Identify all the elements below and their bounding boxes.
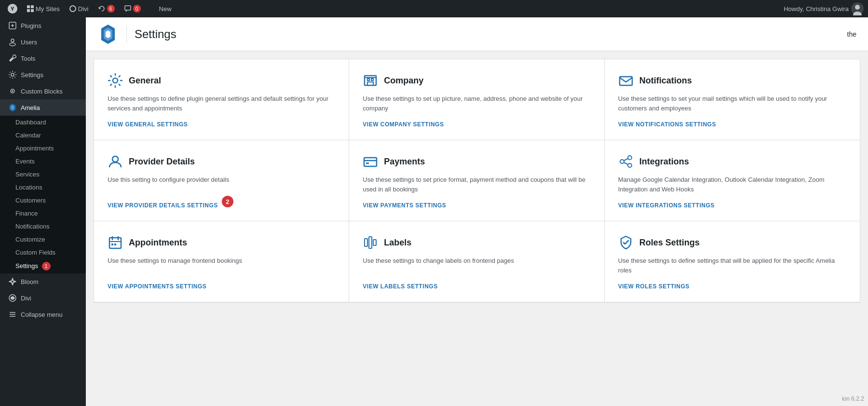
sidebar-sub-calendar[interactable]: Calendar (0, 129, 86, 142)
integrations-card-link[interactable]: VIEW INTEGRATIONS SETTINGS (618, 202, 715, 209)
sidebar-sub-finance[interactable]: Finance (0, 207, 86, 220)
sidebar-item-settings[interactable]: Settings (0, 67, 86, 83)
svg-point-10 (11, 39, 14, 42)
svg-point-11 (10, 43, 15, 46)
sidebar-item-amelia[interactable]: Amelia (0, 99, 86, 116)
sidebar-sub-notifications[interactable]: Notifications (0, 220, 86, 233)
settings-icon (8, 70, 17, 79)
sidebar-item-tools[interactable]: Tools (0, 50, 86, 67)
comments-button[interactable]: 0 (121, 0, 145, 17)
sidebar-sub-dashboard[interactable]: Dashboard (0, 116, 86, 129)
svg-rect-45 (373, 240, 376, 245)
svg-rect-31 (366, 162, 369, 164)
main-content: Settings the General Use these settings … (86, 17, 868, 406)
svg-point-32 (620, 160, 624, 163)
updates-button[interactable]: 6 (95, 0, 119, 17)
sidebar-item-custom-blocks[interactable]: Custom Blocks (0, 83, 86, 99)
sidebar-users-label: Users (21, 39, 37, 46)
sidebar-sub-locations[interactable]: Locations (0, 181, 86, 194)
roles-card-desc: Use these settings to define settings th… (618, 256, 846, 275)
provider-badge: 2 (222, 196, 233, 207)
svg-rect-41 (111, 244, 113, 245)
settings-grid: General Use these settings to define plu… (94, 59, 860, 303)
sidebar-item-bloom[interactable]: Bloom (0, 273, 86, 290)
svg-point-34 (628, 163, 632, 167)
new-button[interactable]: New (147, 0, 176, 17)
sidebar-item-plugins[interactable]: Plugins (0, 17, 86, 34)
divi-button[interactable]: Divi (66, 0, 93, 17)
notifications-card-desc: Use these settings to set your mail sett… (618, 94, 846, 113)
page-title: Settings (135, 27, 176, 41)
payments-card-desc: Use these settings to set price format, … (363, 175, 590, 194)
company-card-link[interactable]: VIEW COMPANY SETTINGS (363, 121, 444, 128)
comments-badge: 0 (133, 5, 141, 13)
sidebar-item-divi[interactable]: Divi (0, 290, 86, 306)
settings-badge: 1 (42, 262, 51, 271)
blocks-icon (8, 87, 17, 95)
bloom-icon (8, 277, 17, 286)
sidebar-divi-label: Divi (21, 295, 31, 302)
sidebar-sub-appointments[interactable]: Appointments (0, 142, 86, 155)
roles-card-title: Roles Settings (639, 238, 700, 248)
user-icon (8, 38, 17, 46)
notifications-card-icon (618, 73, 634, 88)
sidebar-bloom-label: Bloom (21, 278, 39, 285)
appointments-card-icon (108, 235, 123, 250)
divi-bottom-icon (8, 294, 17, 302)
roles-card-icon (618, 235, 634, 250)
sidebar-sub-settings[interactable]: Settings 1 (0, 259, 86, 273)
svg-point-14 (12, 91, 13, 92)
svg-rect-44 (369, 237, 372, 248)
company-card-title: Company (384, 76, 423, 86)
howdy-text: Howdy, Christina Gwira (784, 5, 849, 13)
my-sites-button[interactable]: My Sites (23, 0, 64, 17)
amelia-icon (8, 103, 17, 112)
amelia-header-logo (97, 24, 119, 45)
appointments-card-link[interactable]: VIEW APPOINTMENTS SETTINGS (108, 283, 206, 290)
appointments-card-desc: Use these settings to manage frontend bo… (108, 256, 335, 275)
sidebar-sub-services[interactable]: Services (0, 168, 86, 181)
svg-line-35 (624, 159, 628, 161)
sidebar-sub-customers[interactable]: Customers (0, 194, 86, 207)
sidebar-collapse-label: Collapse menu (21, 311, 63, 318)
header-divider (126, 26, 127, 43)
company-card-desc: Use these settings to set up picture, na… (363, 94, 590, 113)
payments-card-link[interactable]: VIEW PAYMENTS SETTINGS (363, 202, 446, 209)
general-card-link[interactable]: VIEW GENERAL SETTINGS (108, 121, 188, 128)
provider-card-desc: Use this setting to configure provider d… (108, 175, 335, 194)
amelia-submenu: Dashboard Calendar Appointments Events S… (0, 116, 86, 273)
svg-line-36 (624, 162, 628, 164)
sidebar-sub-custom-fields[interactable]: Custom Fields (0, 246, 86, 259)
notifications-card-link[interactable]: VIEW NOTIFICATIONS SETTINGS (618, 121, 716, 128)
sidebar-item-users[interactable]: Users (0, 34, 86, 50)
my-sites-label: My Sites (36, 5, 60, 13)
svg-point-12 (11, 73, 14, 76)
svg-rect-43 (365, 239, 367, 246)
svg-rect-2 (27, 9, 30, 12)
divi-label: Divi (78, 5, 89, 13)
payments-card-icon (363, 154, 378, 169)
version-text: ion 6.2.2 (842, 395, 864, 402)
integrations-card-icon (618, 154, 634, 169)
sidebar-item-collapse[interactable]: Collapse menu (0, 306, 86, 323)
collapse-icon (8, 310, 17, 319)
wp-logo-button[interactable] (4, 0, 21, 17)
provider-card-link[interactable]: VIEW PROVIDER DETAILS SETTINGS (108, 202, 218, 209)
svg-rect-42 (114, 244, 116, 245)
sidebar-tools-label: Tools (21, 55, 35, 62)
header-right-text: the (847, 30, 856, 38)
svg-rect-0 (27, 5, 30, 8)
gear-card-icon (108, 73, 123, 88)
labels-card-icon (363, 235, 378, 250)
sidebar: Plugins Users Tools Settings Custom Bloc… (0, 17, 86, 406)
roles-card-link[interactable]: VIEW ROLES SETTINGS (618, 283, 690, 290)
plugin-icon (8, 21, 17, 30)
sidebar-sub-events[interactable]: Events (0, 155, 86, 168)
avatar-icon (851, 2, 864, 15)
svg-rect-25 (371, 79, 373, 81)
sidebar-sub-customize[interactable]: Customize (0, 233, 86, 246)
labels-card-link[interactable]: VIEW LABELS SETTINGS (363, 283, 437, 290)
sidebar-custom-blocks-label: Custom Blocks (21, 88, 63, 95)
svg-point-33 (628, 156, 632, 160)
card-roles: Roles Settings Use these settings to def… (605, 221, 860, 302)
